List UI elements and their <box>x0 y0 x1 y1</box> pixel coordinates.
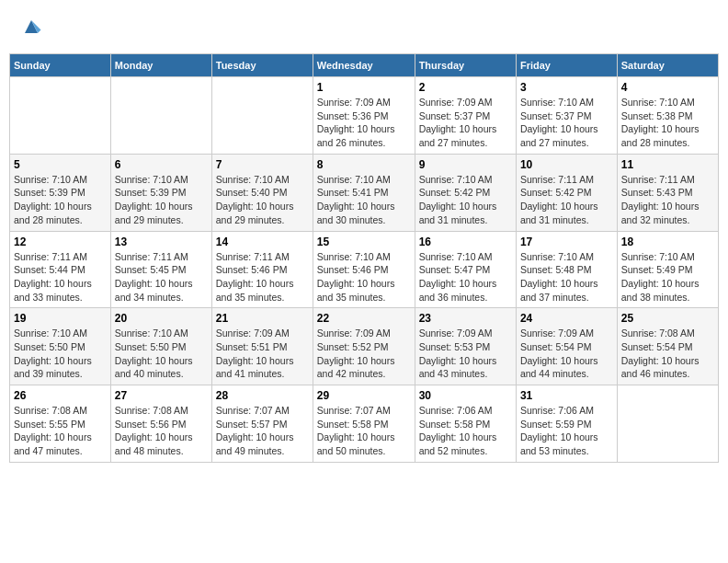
day-info: Sunrise: 7:09 AM Sunset: 5:52 PM Dayligh… <box>317 327 411 381</box>
day-number: 26 <box>14 389 107 402</box>
day-number: 14 <box>216 236 309 248</box>
day-info: Sunrise: 7:07 AM Sunset: 5:58 PM Dayligh… <box>317 404 411 458</box>
day-number: 30 <box>419 389 512 402</box>
calendar-cell: 2Sunrise: 7:09 AM Sunset: 5:37 PM Daylig… <box>415 77 516 155</box>
day-info: Sunrise: 7:10 AM Sunset: 5:38 PM Dayligh… <box>621 96 714 150</box>
header-wednesday: Wednesday <box>313 54 415 77</box>
calendar-cell: 8Sunrise: 7:10 AM Sunset: 5:41 PM Daylig… <box>313 154 415 231</box>
day-info: Sunrise: 7:06 AM Sunset: 5:58 PM Dayligh… <box>419 404 512 458</box>
calendar-cell: 3Sunrise: 7:10 AM Sunset: 5:37 PM Daylig… <box>516 77 617 155</box>
day-info: Sunrise: 7:09 AM Sunset: 5:54 PM Dayligh… <box>520 327 613 381</box>
calendar-cell: 12Sunrise: 7:11 AM Sunset: 5:44 PM Dayli… <box>10 231 111 308</box>
day-number: 10 <box>520 158 613 171</box>
day-number: 19 <box>14 312 107 325</box>
day-number: 23 <box>419 312 512 325</box>
day-number: 29 <box>317 389 411 402</box>
day-info: Sunrise: 7:10 AM Sunset: 5:50 PM Dayligh… <box>115 327 208 381</box>
day-number: 17 <box>520 236 613 248</box>
calendar-cell: 13Sunrise: 7:11 AM Sunset: 5:45 PM Dayli… <box>110 231 211 308</box>
calendar-header-row: SundayMondayTuesdayWednesdayThursdayFrid… <box>10 54 719 77</box>
calendar-cell: 26Sunrise: 7:08 AM Sunset: 5:55 PM Dayli… <box>10 385 111 463</box>
calendar-cell: 21Sunrise: 7:09 AM Sunset: 5:51 PM Dayli… <box>211 308 313 385</box>
day-info: Sunrise: 7:10 AM Sunset: 5:47 PM Dayligh… <box>419 250 512 304</box>
day-info: Sunrise: 7:10 AM Sunset: 5:40 PM Dayligh… <box>216 173 309 227</box>
day-number: 4 <box>621 81 714 94</box>
day-info: Sunrise: 7:11 AM Sunset: 5:45 PM Dayligh… <box>115 250 208 304</box>
day-info: Sunrise: 7:10 AM Sunset: 5:49 PM Dayligh… <box>621 250 714 304</box>
day-number: 28 <box>216 389 309 402</box>
week-row-1: 1Sunrise: 7:09 AM Sunset: 5:36 PM Daylig… <box>10 77 719 155</box>
calendar-cell: 22Sunrise: 7:09 AM Sunset: 5:52 PM Dayli… <box>313 308 415 385</box>
day-info: Sunrise: 7:10 AM Sunset: 5:48 PM Dayligh… <box>520 250 613 304</box>
calendar-cell: 27Sunrise: 7:08 AM Sunset: 5:56 PM Dayli… <box>110 385 211 463</box>
day-number: 1 <box>317 81 411 94</box>
calendar-cell: 20Sunrise: 7:10 AM Sunset: 5:50 PM Dayli… <box>110 308 211 385</box>
calendar-cell: 31Sunrise: 7:06 AM Sunset: 5:59 PM Dayli… <box>516 385 617 463</box>
calendar-cell: 11Sunrise: 7:11 AM Sunset: 5:43 PM Dayli… <box>617 154 718 231</box>
day-number: 18 <box>621 236 714 248</box>
calendar-cell: 14Sunrise: 7:11 AM Sunset: 5:46 PM Dayli… <box>211 231 313 308</box>
logo-icon <box>18 14 44 40</box>
header-tuesday: Tuesday <box>211 54 313 77</box>
day-info: Sunrise: 7:11 AM Sunset: 5:43 PM Dayligh… <box>621 173 714 227</box>
calendar-cell: 17Sunrise: 7:10 AM Sunset: 5:48 PM Dayli… <box>516 231 617 308</box>
header-sunday: Sunday <box>10 54 111 77</box>
day-number: 16 <box>419 236 512 248</box>
day-info: Sunrise: 7:11 AM Sunset: 5:44 PM Dayligh… <box>14 250 107 304</box>
calendar-cell: 10Sunrise: 7:11 AM Sunset: 5:42 PM Dayli… <box>516 154 617 231</box>
day-info: Sunrise: 7:10 AM Sunset: 5:46 PM Dayligh… <box>317 250 411 304</box>
day-info: Sunrise: 7:10 AM Sunset: 5:37 PM Dayligh… <box>520 96 613 150</box>
day-info: Sunrise: 7:09 AM Sunset: 5:37 PM Dayligh… <box>419 96 512 150</box>
header-friday: Friday <box>516 54 617 77</box>
day-info: Sunrise: 7:10 AM Sunset: 5:39 PM Dayligh… <box>115 173 208 227</box>
day-number: 9 <box>419 158 512 171</box>
day-number: 3 <box>520 81 613 94</box>
calendar-cell <box>10 77 111 155</box>
day-info: Sunrise: 7:11 AM Sunset: 5:46 PM Dayligh… <box>216 250 309 304</box>
calendar-cell <box>617 385 718 463</box>
day-number: 25 <box>621 312 714 325</box>
logo <box>18 14 48 40</box>
week-row-4: 19Sunrise: 7:10 AM Sunset: 5:50 PM Dayli… <box>10 308 719 385</box>
day-number: 12 <box>14 236 107 248</box>
week-row-5: 26Sunrise: 7:08 AM Sunset: 5:55 PM Dayli… <box>10 385 719 463</box>
calendar-cell: 5Sunrise: 7:10 AM Sunset: 5:39 PM Daylig… <box>10 154 111 231</box>
day-number: 5 <box>14 158 107 171</box>
week-row-3: 12Sunrise: 7:11 AM Sunset: 5:44 PM Dayli… <box>10 231 719 308</box>
day-number: 2 <box>419 81 512 94</box>
day-info: Sunrise: 7:10 AM Sunset: 5:42 PM Dayligh… <box>419 173 512 227</box>
day-number: 31 <box>520 389 613 402</box>
day-info: Sunrise: 7:10 AM Sunset: 5:39 PM Dayligh… <box>14 173 107 227</box>
calendar-cell: 23Sunrise: 7:09 AM Sunset: 5:53 PM Dayli… <box>415 308 516 385</box>
calendar-cell: 28Sunrise: 7:07 AM Sunset: 5:57 PM Dayli… <box>211 385 313 463</box>
day-number: 13 <box>115 236 208 248</box>
day-number: 20 <box>115 312 208 325</box>
calendar-cell: 7Sunrise: 7:10 AM Sunset: 5:40 PM Daylig… <box>211 154 313 231</box>
header-saturday: Saturday <box>617 54 718 77</box>
day-number: 24 <box>520 312 613 325</box>
calendar-cell: 6Sunrise: 7:10 AM Sunset: 5:39 PM Daylig… <box>110 154 211 231</box>
day-info: Sunrise: 7:11 AM Sunset: 5:42 PM Dayligh… <box>520 173 613 227</box>
day-number: 6 <box>115 158 208 171</box>
day-number: 7 <box>216 158 309 171</box>
day-info: Sunrise: 7:09 AM Sunset: 5:53 PM Dayligh… <box>419 327 512 381</box>
calendar-cell: 15Sunrise: 7:10 AM Sunset: 5:46 PM Dayli… <box>313 231 415 308</box>
calendar-cell: 19Sunrise: 7:10 AM Sunset: 5:50 PM Dayli… <box>10 308 111 385</box>
calendar-cell: 4Sunrise: 7:10 AM Sunset: 5:38 PM Daylig… <box>617 77 718 155</box>
page-header <box>9 9 719 44</box>
day-info: Sunrise: 7:08 AM Sunset: 5:54 PM Dayligh… <box>621 327 714 381</box>
week-row-2: 5Sunrise: 7:10 AM Sunset: 5:39 PM Daylig… <box>10 154 719 231</box>
calendar-cell: 30Sunrise: 7:06 AM Sunset: 5:58 PM Dayli… <box>415 385 516 463</box>
calendar: SundayMondayTuesdayWednesdayThursdayFrid… <box>9 53 719 463</box>
day-info: Sunrise: 7:06 AM Sunset: 5:59 PM Dayligh… <box>520 404 613 458</box>
day-number: 15 <box>317 236 411 248</box>
calendar-cell: 29Sunrise: 7:07 AM Sunset: 5:58 PM Dayli… <box>313 385 415 463</box>
day-info: Sunrise: 7:09 AM Sunset: 5:51 PM Dayligh… <box>216 327 309 381</box>
calendar-cell: 18Sunrise: 7:10 AM Sunset: 5:49 PM Dayli… <box>617 231 718 308</box>
calendar-cell: 24Sunrise: 7:09 AM Sunset: 5:54 PM Dayli… <box>516 308 617 385</box>
calendar-cell: 16Sunrise: 7:10 AM Sunset: 5:47 PM Dayli… <box>415 231 516 308</box>
calendar-cell <box>110 77 211 155</box>
calendar-cell: 9Sunrise: 7:10 AM Sunset: 5:42 PM Daylig… <box>415 154 516 231</box>
day-info: Sunrise: 7:08 AM Sunset: 5:55 PM Dayligh… <box>14 404 107 458</box>
header-monday: Monday <box>110 54 211 77</box>
